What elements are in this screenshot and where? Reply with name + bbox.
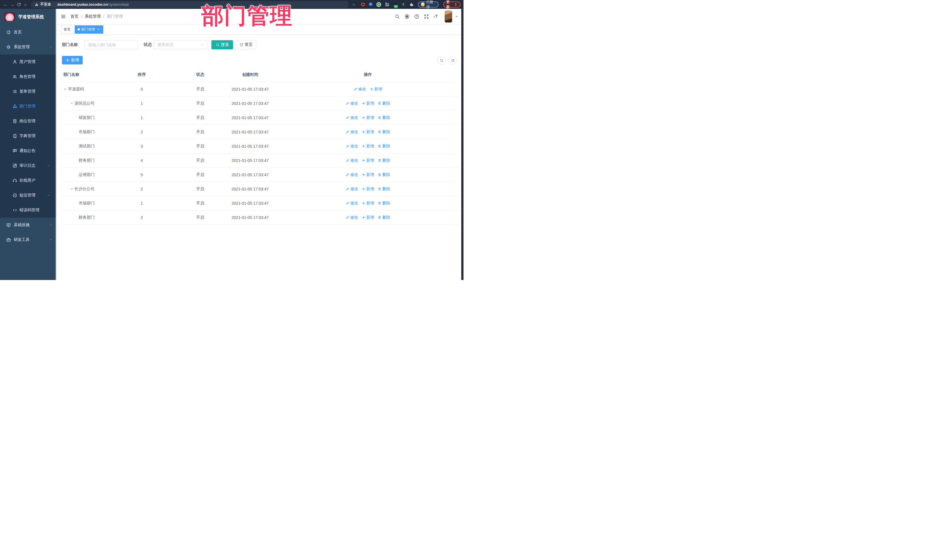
help-icon[interactable] bbox=[414, 14, 419, 19]
table-row: 深圳总公司1开启2021-01-05 17:03:47修改新增删除 bbox=[62, 96, 459, 111]
sidebar-item[interactable]: 菜单管理 bbox=[0, 84, 56, 99]
bookmark-star-icon[interactable]: ☆ bbox=[352, 2, 356, 7]
created-time-cell: 2021-01-05 17:03:47 bbox=[223, 158, 277, 163]
tab-active[interactable]: 部门管理 bbox=[75, 25, 103, 33]
sidebar-item[interactable]: 在线用户 bbox=[0, 173, 56, 188]
row-add-link[interactable]: 新增 bbox=[362, 187, 374, 191]
breadcrumb-item[interactable]: 首页 bbox=[70, 14, 78, 19]
toggle-search-button[interactable] bbox=[437, 56, 446, 65]
sidebar-item[interactable]: 错误码管理 bbox=[0, 203, 56, 217]
page-scrollbar[interactable] bbox=[461, 9, 464, 280]
reload-icon[interactable] bbox=[17, 2, 21, 7]
font-size-icon[interactable]: tT bbox=[433, 14, 438, 19]
row-edit-link[interactable]: 修改 bbox=[346, 129, 358, 135]
sidebar-item[interactable]: 基础设施 bbox=[0, 217, 56, 232]
user-avatar[interactable] bbox=[445, 11, 452, 23]
browser-menu-icon[interactable]: ⋮ bbox=[454, 3, 457, 6]
sidebar-item[interactable]: 首页 bbox=[0, 25, 56, 39]
row-add-link[interactable]: 新增 bbox=[362, 158, 374, 163]
puzzle-extensions-icon[interactable] bbox=[410, 3, 413, 6]
row-edit-link[interactable]: 修改 bbox=[346, 101, 358, 106]
sidebar-item[interactable]: 字典管理 bbox=[0, 129, 56, 143]
row-delete-link[interactable]: 删除 bbox=[378, 201, 390, 206]
breadcrumb-item[interactable]: 系统管理 bbox=[85, 14, 101, 19]
row-add-link[interactable]: 新增 bbox=[362, 101, 374, 106]
expand-arrow-icon[interactable] bbox=[70, 187, 74, 191]
row-edit-link[interactable]: 修改 bbox=[346, 144, 358, 149]
expand-arrow-icon[interactable] bbox=[70, 102, 74, 105]
sidebar-item[interactable]: 短信管理 bbox=[0, 188, 56, 203]
hamburger-icon[interactable] bbox=[61, 14, 66, 19]
sidebar-item[interactable]: 部门管理 bbox=[0, 99, 56, 114]
row-delete-link[interactable]: 删除 bbox=[378, 187, 390, 191]
row-edit-link[interactable]: 修改 bbox=[354, 87, 366, 92]
home-icon[interactable]: ⌂ bbox=[23, 2, 27, 7]
address-bar[interactable]: 不安全 dashboard.yudao.iocoder.cn/system/de… bbox=[31, 1, 349, 8]
row-edit-link[interactable]: 修改 bbox=[346, 187, 358, 191]
back-icon[interactable]: ← bbox=[3, 2, 8, 7]
close-tab-icon[interactable] bbox=[96, 27, 100, 31]
row-delete-link[interactable]: 删除 bbox=[378, 158, 390, 163]
sort-cell: 4 bbox=[106, 158, 178, 163]
sidebar-item[interactable]: 研发工具 bbox=[0, 232, 56, 247]
extension-icon[interactable]: v bbox=[377, 2, 381, 7]
sidebar-item[interactable]: 通知公告 bbox=[0, 143, 56, 158]
row-add-link[interactable]: 新增 bbox=[362, 144, 374, 149]
row-add-link[interactable]: 新增 bbox=[362, 201, 374, 206]
extension-icon[interactable] bbox=[385, 3, 389, 6]
created-time-cell: 2021-01-05 17:03:47 bbox=[223, 201, 277, 206]
forward-icon[interactable]: → bbox=[10, 2, 14, 7]
sidebar-item[interactable]: 角色管理 bbox=[0, 69, 56, 84]
row-add-link[interactable]: 新增 bbox=[362, 115, 374, 120]
caret-down-icon[interactable] bbox=[455, 15, 458, 18]
row-delete-link[interactable]: 删除 bbox=[378, 144, 390, 149]
row-edit-link[interactable]: 修改 bbox=[346, 215, 358, 220]
row-delete-link[interactable]: 删除 bbox=[378, 101, 390, 106]
action-label: 删除 bbox=[382, 129, 390, 135]
search-icon[interactable] bbox=[395, 14, 400, 19]
row-delete-link[interactable]: 删除 bbox=[378, 215, 390, 220]
reset-button[interactable]: 重置 bbox=[236, 40, 256, 49]
search-button[interactable]: 搜索 bbox=[211, 40, 233, 49]
expand-arrow-icon[interactable] bbox=[63, 87, 67, 91]
add-button[interactable]: 新增 bbox=[62, 56, 83, 64]
status-select[interactable]: 菜单状态 bbox=[154, 40, 207, 49]
row-edit-link[interactable]: 修改 bbox=[346, 115, 358, 120]
tab-item[interactable]: 首页 bbox=[61, 25, 73, 33]
edit-icon bbox=[346, 102, 350, 105]
row-add-link[interactable]: 新增 bbox=[362, 129, 374, 135]
row-add-link[interactable]: 新增 bbox=[362, 215, 374, 220]
sidebar-item[interactable]: 用户管理 bbox=[0, 55, 56, 69]
row-edit-link[interactable]: 修改 bbox=[346, 172, 358, 178]
row-delete-link[interactable]: 删除 bbox=[378, 115, 390, 120]
row-add-link[interactable]: 新增 bbox=[362, 172, 374, 178]
sidebar-item[interactable]: 系统管理 bbox=[0, 39, 56, 55]
profile-paused-chip[interactable]: 已暂停 bbox=[418, 2, 439, 8]
created-time-cell: 2021-01-05 17:03:47 bbox=[223, 187, 277, 191]
dept-name-input[interactable] bbox=[84, 40, 138, 49]
row-edit-link[interactable]: 修改 bbox=[346, 201, 358, 206]
edit-icon bbox=[346, 201, 350, 205]
fullscreen-icon[interactable] bbox=[424, 14, 429, 19]
sidebar-item[interactable]: 岗位管理 bbox=[0, 114, 56, 129]
extension-icon[interactable] bbox=[361, 3, 365, 6]
browser-update-button[interactable]: 更新 ⋮ bbox=[443, 2, 460, 8]
dept-name: 测试部门 bbox=[79, 144, 95, 149]
row-add-link[interactable]: 新增 bbox=[370, 87, 382, 92]
edit-icon bbox=[346, 187, 350, 191]
extension-icon[interactable]: on bbox=[393, 3, 397, 6]
top-navbar: 首页/系统管理/部门管理 tT bbox=[56, 9, 464, 24]
created-time-cell: 2021-01-05 17:03:47 bbox=[223, 144, 277, 149]
sidebar-item[interactable]: 审计日志 bbox=[0, 158, 56, 173]
refresh-table-button[interactable] bbox=[448, 56, 457, 65]
code-icon bbox=[12, 208, 17, 212]
app-logo-row[interactable]: 芋道管理系统 bbox=[0, 9, 56, 25]
github-icon[interactable] bbox=[404, 14, 410, 19]
status-cell: 开启 bbox=[178, 87, 223, 92]
row-delete-link[interactable]: 删除 bbox=[378, 172, 390, 178]
row-delete-link[interactable]: 删除 bbox=[378, 129, 390, 135]
extension-icon[interactable] bbox=[401, 3, 405, 6]
dept-name-cell: 深圳总公司 bbox=[62, 101, 106, 106]
row-edit-link[interactable]: 修改 bbox=[346, 158, 358, 163]
extension-icon[interactable] bbox=[369, 2, 373, 7]
